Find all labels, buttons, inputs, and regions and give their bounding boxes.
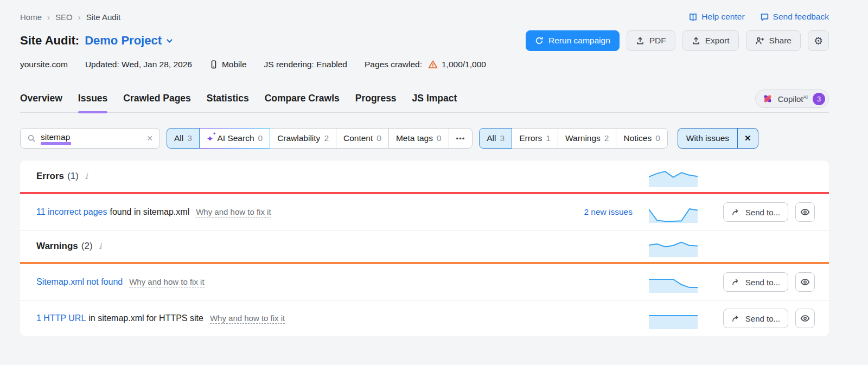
- title-row: Site Audit: Demo Project Rerun campaign …: [20, 30, 829, 51]
- send-to-label: Send to...: [745, 314, 780, 323]
- eye-icon: [800, 277, 810, 287]
- filter-row: sitemap ✕ All 3 ✦✦ AI Search 0 Crawlabil…: [20, 128, 829, 149]
- filter-label: All: [487, 133, 496, 143]
- tab-crawled-pages[interactable]: Crawled Pages: [123, 93, 191, 112]
- warning-triangle-icon[interactable]: [428, 60, 438, 69]
- site-domain: yoursite.com: [20, 60, 68, 69]
- issue-sparkline: [649, 271, 698, 293]
- with-issues-close-icon[interactable]: ✕: [737, 129, 758, 148]
- filter-count: 0: [655, 133, 660, 143]
- search-clear-icon[interactable]: ✕: [146, 134, 153, 143]
- pages-crawled-label: Pages crawled:: [365, 60, 422, 69]
- issue-sparkline: [649, 201, 698, 223]
- why-how-to-fix-link[interactable]: Why and how to fix it: [129, 277, 204, 287]
- section-title: Errors: [36, 171, 64, 182]
- gear-icon: ⚙: [814, 35, 823, 47]
- section-title: Warnings: [36, 241, 78, 252]
- warnings-sparkline: [649, 235, 698, 257]
- breadcrumb-seo[interactable]: SEO: [55, 12, 73, 22]
- severity-errors[interactable]: Errors 1: [512, 128, 558, 149]
- breadcrumb-home[interactable]: Home: [20, 12, 42, 22]
- filter-count: 2: [324, 133, 329, 143]
- issue-row-incorrect-pages: 11 incorrect pages found in sitemap.xml …: [20, 194, 829, 230]
- more-filters-button[interactable]: •••: [449, 128, 473, 149]
- new-issues-link[interactable]: 2 new issues: [584, 207, 633, 216]
- why-how-to-fix-link[interactable]: Why and how to fix it: [196, 207, 271, 217]
- section-header-warnings: Warnings (2) i: [20, 230, 829, 262]
- issue-link[interactable]: 1 HTTP URL: [36, 313, 86, 323]
- errors-sparkline: [649, 165, 698, 187]
- hide-issue-button[interactable]: [795, 202, 815, 222]
- filter-content[interactable]: Content 0: [336, 128, 389, 149]
- copilot-count-badge: 3: [813, 93, 825, 105]
- why-how-to-fix-link[interactable]: Why and how to fix it: [210, 313, 285, 324]
- info-icon[interactable]: i: [85, 171, 88, 181]
- send-feedback-link[interactable]: Send feedback: [760, 12, 829, 22]
- section-header-errors: Errors (1) i: [20, 161, 829, 192]
- forward-arrow-icon: [731, 208, 741, 217]
- campaign-meta-row: yoursite.com Updated: Wed, Jan 28, 2026 …: [20, 59, 829, 70]
- info-icon[interactable]: i: [99, 241, 102, 251]
- search-value: sitemap: [41, 132, 71, 145]
- tabs-row: Overview Issues Crawled Pages Statistics…: [20, 93, 829, 113]
- severity-all[interactable]: All 3: [479, 128, 512, 149]
- filter-count: 3: [187, 133, 192, 143]
- filter-ai-search[interactable]: ✦✦ AI Search 0: [199, 128, 270, 149]
- export-button[interactable]: Export: [682, 30, 739, 51]
- tab-compare-crawls[interactable]: Compare Crawls: [265, 93, 340, 112]
- page-title: Site Audit:: [20, 34, 79, 48]
- section-count: (2): [81, 241, 93, 252]
- filter-count: 3: [500, 133, 505, 143]
- help-center-link[interactable]: Help center: [688, 12, 744, 22]
- issue-row-http-url: 1 HTTP URL in sitemap.xml for HTTPS site…: [20, 300, 829, 336]
- filter-count: 2: [604, 133, 609, 143]
- pdf-button[interactable]: PDF: [627, 30, 675, 51]
- with-issues-label[interactable]: With issues: [678, 129, 737, 148]
- filter-crawlability[interactable]: Crawlability 2: [270, 128, 336, 149]
- project-name: Demo Project: [85, 34, 162, 48]
- tab-js-impact[interactable]: JS Impact: [412, 93, 457, 112]
- settings-button[interactable]: ⚙: [808, 30, 829, 51]
- upload-icon: [636, 36, 644, 45]
- hide-issue-button[interactable]: [795, 272, 815, 292]
- site-audit-page: Home › SEO › Site Audit Help center Send…: [0, 0, 868, 336]
- filter-label: All: [174, 133, 183, 143]
- copilot-logo-icon: [762, 93, 773, 104]
- device-type: Mobile: [209, 60, 247, 69]
- forward-arrow-icon: [731, 314, 741, 323]
- filter-meta-tags[interactable]: Meta tags 0: [388, 128, 449, 149]
- js-rendering-status: JS rendering: Enabled: [264, 60, 347, 69]
- tab-statistics[interactable]: Statistics: [207, 93, 249, 112]
- pages-crawled-value: 1,000/1,000: [442, 60, 486, 69]
- copilot-ai-sup: AI: [803, 94, 808, 100]
- breadcrumb-separator: ›: [47, 12, 50, 22]
- search-input[interactable]: sitemap ✕: [20, 128, 160, 149]
- severity-warnings[interactable]: Warnings 2: [558, 128, 617, 149]
- share-button[interactable]: Share: [746, 30, 801, 51]
- filter-category-all[interactable]: All 3: [167, 128, 200, 149]
- send-to-label: Send to...: [745, 208, 780, 217]
- ellipsis-icon: •••: [456, 135, 465, 143]
- filter-label: Errors: [519, 133, 542, 143]
- upload-icon: [692, 36, 700, 45]
- tab-progress[interactable]: Progress: [355, 93, 397, 112]
- filter-count: 0: [258, 133, 263, 143]
- filter-count: 0: [437, 133, 442, 143]
- send-to-button[interactable]: Send to...: [723, 202, 788, 222]
- issue-link[interactable]: 11 incorrect pages: [36, 207, 107, 217]
- hide-issue-button[interactable]: [795, 309, 815, 328]
- forward-arrow-icon: [731, 278, 741, 287]
- filter-count: 1: [546, 133, 551, 143]
- issue-sparkline: [649, 308, 698, 329]
- send-to-button[interactable]: Send to...: [723, 272, 788, 292]
- project-selector[interactable]: Demo Project: [85, 34, 173, 48]
- copilot-button[interactable]: CopilotAI 3: [755, 89, 829, 108]
- issue-link[interactable]: Sitemap.xml not found: [36, 277, 123, 287]
- rerun-campaign-button[interactable]: Rerun campaign: [526, 30, 620, 51]
- tab-issues[interactable]: Issues: [78, 93, 107, 112]
- send-to-button[interactable]: Send to...: [723, 309, 788, 328]
- filter-label: Meta tags: [396, 133, 433, 143]
- severity-notices[interactable]: Notices 0: [616, 128, 667, 149]
- breadcrumb: Home › SEO › Site Audit: [20, 12, 120, 22]
- tab-overview[interactable]: Overview: [20, 93, 62, 112]
